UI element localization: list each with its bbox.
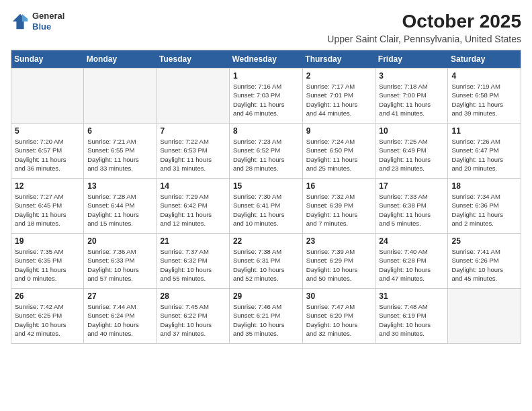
day-header-thursday: Thursday bbox=[302, 50, 375, 68]
calendar-cell: 12Sunrise: 7:27 AM Sunset: 6:45 PM Dayli… bbox=[11, 179, 84, 234]
page-header: General Blue October 2025 Upper Saint Cl… bbox=[11, 11, 521, 44]
calendar-cell: 8Sunrise: 7:23 AM Sunset: 6:52 PM Daylig… bbox=[229, 124, 302, 179]
day-number: 20 bbox=[87, 236, 152, 246]
logo-line2: Blue bbox=[32, 21, 64, 32]
day-info: Sunrise: 7:18 AM Sunset: 7:00 PM Dayligh… bbox=[379, 82, 444, 118]
day-info: Sunrise: 7:45 AM Sunset: 6:22 PM Dayligh… bbox=[161, 302, 226, 338]
calendar-cell: 31Sunrise: 7:48 AM Sunset: 6:19 PM Dayli… bbox=[375, 289, 448, 344]
calendar-cell: 5Sunrise: 7:20 AM Sunset: 6:57 PM Daylig… bbox=[11, 124, 84, 179]
day-header-saturday: Saturday bbox=[448, 50, 521, 68]
day-number: 10 bbox=[379, 126, 444, 136]
calendar-cell: 1Sunrise: 7:16 AM Sunset: 7:03 PM Daylig… bbox=[229, 68, 302, 124]
day-number: 3 bbox=[379, 71, 444, 81]
calendar-cell: 10Sunrise: 7:25 AM Sunset: 6:49 PM Dayli… bbox=[375, 124, 448, 179]
svg-marker-1 bbox=[22, 13, 28, 21]
calendar-cell: 11Sunrise: 7:26 AM Sunset: 6:47 PM Dayli… bbox=[448, 124, 521, 179]
day-info: Sunrise: 7:26 AM Sunset: 6:47 PM Dayligh… bbox=[451, 137, 517, 173]
location: Upper Saint Clair, Pennsylvania, United … bbox=[327, 34, 521, 44]
day-info: Sunrise: 7:38 AM Sunset: 6:31 PM Dayligh… bbox=[233, 247, 299, 283]
day-number: 5 bbox=[15, 126, 80, 136]
calendar-cell: 14Sunrise: 7:29 AM Sunset: 6:42 PM Dayli… bbox=[157, 179, 229, 234]
day-number: 28 bbox=[161, 291, 226, 301]
calendar-cell: 25Sunrise: 7:41 AM Sunset: 6:26 PM Dayli… bbox=[448, 234, 521, 289]
day-number: 27 bbox=[87, 291, 152, 301]
calendar-cell bbox=[448, 289, 521, 344]
calendar-cell: 26Sunrise: 7:42 AM Sunset: 6:25 PM Dayli… bbox=[11, 289, 84, 344]
day-info: Sunrise: 7:37 AM Sunset: 6:32 PM Dayligh… bbox=[161, 247, 226, 283]
logo: General Blue bbox=[11, 11, 64, 32]
day-info: Sunrise: 7:30 AM Sunset: 6:41 PM Dayligh… bbox=[233, 192, 299, 228]
day-info: Sunrise: 7:48 AM Sunset: 6:19 PM Dayligh… bbox=[379, 302, 444, 338]
day-info: Sunrise: 7:44 AM Sunset: 6:24 PM Dayligh… bbox=[87, 302, 152, 338]
calendar-cell: 15Sunrise: 7:30 AM Sunset: 6:41 PM Dayli… bbox=[229, 179, 302, 234]
day-info: Sunrise: 7:21 AM Sunset: 6:55 PM Dayligh… bbox=[87, 137, 152, 173]
day-info: Sunrise: 7:25 AM Sunset: 6:49 PM Dayligh… bbox=[379, 137, 444, 173]
day-info: Sunrise: 7:47 AM Sunset: 6:20 PM Dayligh… bbox=[306, 302, 372, 338]
day-info: Sunrise: 7:16 AM Sunset: 7:03 PM Dayligh… bbox=[233, 82, 299, 118]
month-title: October 2025 bbox=[327, 11, 521, 32]
calendar-cell: 30Sunrise: 7:47 AM Sunset: 6:20 PM Dayli… bbox=[302, 289, 375, 344]
calendar-cell bbox=[11, 68, 84, 124]
calendar-cell: 7Sunrise: 7:22 AM Sunset: 6:53 PM Daylig… bbox=[157, 124, 229, 179]
calendar-table: SundayMondayTuesdayWednesdayThursdayFrid… bbox=[11, 50, 521, 344]
day-number: 24 bbox=[379, 236, 444, 246]
calendar-cell: 24Sunrise: 7:40 AM Sunset: 6:28 PM Dayli… bbox=[375, 234, 448, 289]
calendar-cell: 4Sunrise: 7:19 AM Sunset: 6:58 PM Daylig… bbox=[448, 68, 521, 124]
day-info: Sunrise: 7:42 AM Sunset: 6:25 PM Dayligh… bbox=[15, 302, 80, 338]
days-of-week-row: SundayMondayTuesdayWednesdayThursdayFrid… bbox=[11, 50, 521, 68]
day-info: Sunrise: 7:32 AM Sunset: 6:39 PM Dayligh… bbox=[306, 192, 372, 228]
calendar-cell: 19Sunrise: 7:35 AM Sunset: 6:35 PM Dayli… bbox=[11, 234, 84, 289]
day-number: 30 bbox=[306, 291, 372, 301]
day-header-friday: Friday bbox=[375, 50, 448, 68]
day-number: 4 bbox=[451, 71, 517, 81]
day-number: 26 bbox=[15, 291, 80, 301]
day-number: 19 bbox=[15, 236, 80, 246]
day-number: 8 bbox=[233, 126, 299, 136]
day-header-tuesday: Tuesday bbox=[157, 50, 229, 68]
day-number: 22 bbox=[233, 236, 299, 246]
day-number: 23 bbox=[306, 236, 372, 246]
calendar-cell: 23Sunrise: 7:39 AM Sunset: 6:29 PM Dayli… bbox=[302, 234, 375, 289]
day-number: 29 bbox=[233, 291, 299, 301]
day-number: 18 bbox=[451, 181, 517, 191]
week-row-5: 26Sunrise: 7:42 AM Sunset: 6:25 PM Dayli… bbox=[11, 289, 521, 344]
calendar-cell: 16Sunrise: 7:32 AM Sunset: 6:39 PM Dayli… bbox=[302, 179, 375, 234]
logo-text: General Blue bbox=[32, 11, 64, 32]
day-number: 15 bbox=[233, 181, 299, 191]
day-info: Sunrise: 7:24 AM Sunset: 6:50 PM Dayligh… bbox=[306, 137, 372, 173]
day-number: 13 bbox=[87, 181, 152, 191]
day-info: Sunrise: 7:40 AM Sunset: 6:28 PM Dayligh… bbox=[379, 247, 444, 283]
day-info: Sunrise: 7:34 AM Sunset: 6:36 PM Dayligh… bbox=[451, 192, 517, 228]
day-number: 1 bbox=[233, 71, 299, 81]
day-info: Sunrise: 7:20 AM Sunset: 6:57 PM Dayligh… bbox=[15, 137, 80, 173]
day-number: 14 bbox=[161, 181, 226, 191]
calendar-body: 1Sunrise: 7:16 AM Sunset: 7:03 PM Daylig… bbox=[11, 68, 521, 344]
day-number: 17 bbox=[379, 181, 444, 191]
calendar-cell: 3Sunrise: 7:18 AM Sunset: 7:00 PM Daylig… bbox=[375, 68, 448, 124]
day-info: Sunrise: 7:27 AM Sunset: 6:45 PM Dayligh… bbox=[15, 192, 80, 228]
logo-line1: General bbox=[32, 11, 64, 21]
day-number: 7 bbox=[161, 126, 226, 136]
day-number: 12 bbox=[15, 181, 80, 191]
day-header-wednesday: Wednesday bbox=[229, 50, 302, 68]
calendar-cell: 9Sunrise: 7:24 AM Sunset: 6:50 PM Daylig… bbox=[302, 124, 375, 179]
week-row-2: 5Sunrise: 7:20 AM Sunset: 6:57 PM Daylig… bbox=[11, 124, 521, 179]
calendar-cell: 21Sunrise: 7:37 AM Sunset: 6:32 PM Dayli… bbox=[157, 234, 229, 289]
title-block: October 2025 Upper Saint Clair, Pennsylv… bbox=[327, 11, 521, 44]
calendar-cell: 17Sunrise: 7:33 AM Sunset: 6:38 PM Dayli… bbox=[375, 179, 448, 234]
week-row-3: 12Sunrise: 7:27 AM Sunset: 6:45 PM Dayli… bbox=[11, 179, 521, 234]
calendar-cell: 2Sunrise: 7:17 AM Sunset: 7:01 PM Daylig… bbox=[302, 68, 375, 124]
day-number: 21 bbox=[161, 236, 226, 246]
calendar-header: SundayMondayTuesdayWednesdayThursdayFrid… bbox=[11, 50, 521, 68]
day-info: Sunrise: 7:17 AM Sunset: 7:01 PM Dayligh… bbox=[306, 82, 372, 118]
day-info: Sunrise: 7:19 AM Sunset: 6:58 PM Dayligh… bbox=[451, 82, 517, 118]
week-row-1: 1Sunrise: 7:16 AM Sunset: 7:03 PM Daylig… bbox=[11, 68, 521, 124]
calendar-cell: 18Sunrise: 7:34 AM Sunset: 6:36 PM Dayli… bbox=[448, 179, 521, 234]
calendar-cell: 13Sunrise: 7:28 AM Sunset: 6:44 PM Dayli… bbox=[84, 179, 157, 234]
calendar-cell: 27Sunrise: 7:44 AM Sunset: 6:24 PM Dayli… bbox=[84, 289, 157, 344]
day-number: 25 bbox=[451, 236, 517, 246]
day-number: 11 bbox=[451, 126, 517, 136]
day-info: Sunrise: 7:22 AM Sunset: 6:53 PM Dayligh… bbox=[161, 137, 226, 173]
calendar-cell: 28Sunrise: 7:45 AM Sunset: 6:22 PM Dayli… bbox=[157, 289, 229, 344]
calendar-cell: 6Sunrise: 7:21 AM Sunset: 6:55 PM Daylig… bbox=[84, 124, 157, 179]
